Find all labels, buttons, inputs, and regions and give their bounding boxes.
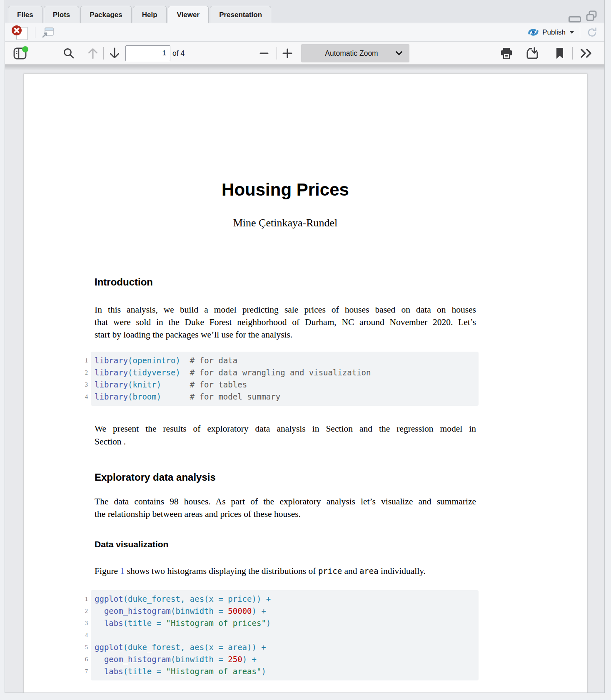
clear-viewer-button[interactable]	[11, 25, 29, 40]
text-line: start by loading the packages we’ll use …	[95, 328, 476, 341]
tab-presentation[interactable]: Presentation	[210, 6, 271, 23]
line-number: 3	[74, 617, 88, 629]
bookmark-icon	[555, 47, 565, 60]
text-line: Section .	[95, 435, 476, 448]
download-button[interactable]	[526, 42, 539, 65]
plus-icon	[281, 47, 294, 60]
double-chevron-right-icon	[579, 47, 593, 59]
toolbar-separator	[277, 47, 277, 60]
window-controls	[569, 10, 598, 24]
publish-caret-icon	[570, 31, 574, 34]
minus-icon	[258, 47, 270, 59]
previous-page-button[interactable]	[87, 42, 99, 65]
heading-data-visualization: Data visualization	[95, 539, 168, 549]
tab-viewer[interactable]: Viewer	[168, 6, 209, 23]
arrow-down-icon	[108, 47, 121, 60]
code-line: 1ggplot(duke_forest, aes(x = price)) +	[95, 593, 479, 605]
viewer-pane: Files Plots Packages Help Viewer Present…	[5, 0, 605, 693]
refresh-icon	[586, 26, 599, 39]
text-line: the relationship between areas and price…	[95, 508, 476, 520]
paragraph-introduction: In this analysis, we build a model predi…	[95, 303, 476, 341]
current-view-button[interactable]	[555, 42, 565, 65]
code-line: 2library(tidyverse) # for data wrangling…	[95, 367, 479, 379]
code-line: 4	[95, 629, 479, 641]
download-icon	[526, 47, 539, 60]
line-number: 1	[74, 593, 88, 605]
paragraph-sections: We present the results of exploratory da…	[95, 422, 476, 448]
code-line: 7 labs(title = "Histogram of areas")	[95, 665, 479, 678]
viewer-toolbar: Publish	[5, 23, 604, 42]
zoom-select-label: Automatic Zoom	[308, 49, 395, 58]
toolbar-separator	[35, 27, 35, 38]
text-line: The data contains 98 houses. As part of …	[95, 495, 476, 508]
search-icon	[62, 47, 75, 60]
refresh-button[interactable]	[586, 26, 599, 39]
popout-button[interactable]	[41, 26, 55, 39]
line-number: 2	[74, 367, 88, 379]
line-number: 5	[74, 641, 88, 653]
text-line: that were sold in the Duke Forest neighb…	[95, 316, 476, 328]
print-button[interactable]	[500, 42, 513, 65]
paragraph-figure: Figure 1 shows two histograms displaying…	[95, 565, 476, 577]
minimize-icon[interactable]	[569, 16, 581, 22]
page-number-input[interactable]	[125, 45, 170, 61]
zoom-in-button[interactable]	[281, 42, 294, 65]
pdf-viewer-area[interactable]: Housing Prices Mine Çetinkaya-Rundel Int…	[5, 65, 604, 693]
line-number: 4	[74, 629, 88, 641]
tab-plots[interactable]: Plots	[44, 6, 80, 23]
printer-icon	[500, 47, 513, 60]
line-number: 7	[74, 665, 88, 678]
line-number: 4	[74, 391, 88, 403]
code-line: 1library(openintro) # for data	[95, 355, 479, 367]
text-line: In this analysis, we build a model predi…	[95, 303, 476, 316]
zoom-select[interactable]: Automatic Zoom	[301, 44, 409, 62]
chevron-down-icon	[395, 51, 403, 56]
publish-button[interactable]: Publish	[528, 27, 574, 37]
page-count-label: of 4	[172, 42, 185, 65]
open-in-window-icon	[41, 26, 55, 39]
line-number: 2	[74, 605, 88, 617]
pdf-toolbar: of 4 Automatic Zoom	[5, 42, 604, 65]
pdf-page-1: Housing Prices Mine Çetinkaya-Rundel Int…	[24, 74, 587, 693]
line-number: 3	[74, 379, 88, 391]
toolbar-separator	[572, 47, 573, 60]
code-line: 2 geom_histogram(binwidth = 50000) +	[95, 605, 479, 617]
document-title: Housing Prices	[95, 180, 476, 200]
pane-tab-bar: Files Plots Packages Help Viewer Present…	[5, 0, 604, 23]
code-line: 3library(knitr) # for tables	[95, 379, 479, 391]
restore-icon[interactable]	[585, 10, 598, 24]
tab-files[interactable]: Files	[8, 6, 42, 23]
sidebar-toggle-button[interactable]	[13, 42, 28, 65]
find-button[interactable]	[62, 42, 75, 65]
toolbar-separator	[103, 47, 104, 60]
publish-icon	[528, 27, 539, 37]
code-line: 4library(broom) # for model summary	[95, 391, 479, 403]
code-line: 5ggplot(duke_forest, aes(x = area)) +	[95, 641, 479, 653]
toolbar-separator	[580, 27, 580, 38]
code-line: 6 geom_histogram(binwidth = 250) +	[95, 653, 479, 665]
arrow-up-icon	[87, 47, 99, 60]
text-line: We present the results of exploratory da…	[95, 422, 476, 435]
close-icon	[11, 24, 23, 37]
code-block-libraries: 1library(openintro) # for data 2library(…	[91, 352, 479, 406]
heading-eda: Exploratory data analysis	[95, 472, 216, 483]
zoom-out-button[interactable]	[258, 42, 270, 65]
heading-introduction: Introduction	[95, 276, 153, 288]
code-block-ggplot: 1ggplot(duke_forest, aes(x = price)) + 2…	[91, 590, 479, 680]
publish-label: Publish	[542, 28, 566, 37]
paragraph-eda: The data contains 98 houses. As part of …	[95, 495, 476, 520]
line-number: 1	[74, 355, 88, 367]
tab-help[interactable]: Help	[133, 6, 167, 23]
document-author: Mine Çetinkaya-Rundel	[95, 217, 476, 229]
next-page-button[interactable]	[108, 42, 121, 65]
text-line: Figure 1 shows two histograms displaying…	[95, 565, 476, 577]
more-tools-button[interactable]	[579, 42, 593, 65]
sidebar-badge-green-dot	[22, 46, 28, 52]
line-number: 6	[74, 653, 88, 665]
code-line: 3 labs(title = "Histogram of prices")	[95, 617, 479, 629]
tab-packages[interactable]: Packages	[80, 6, 131, 23]
